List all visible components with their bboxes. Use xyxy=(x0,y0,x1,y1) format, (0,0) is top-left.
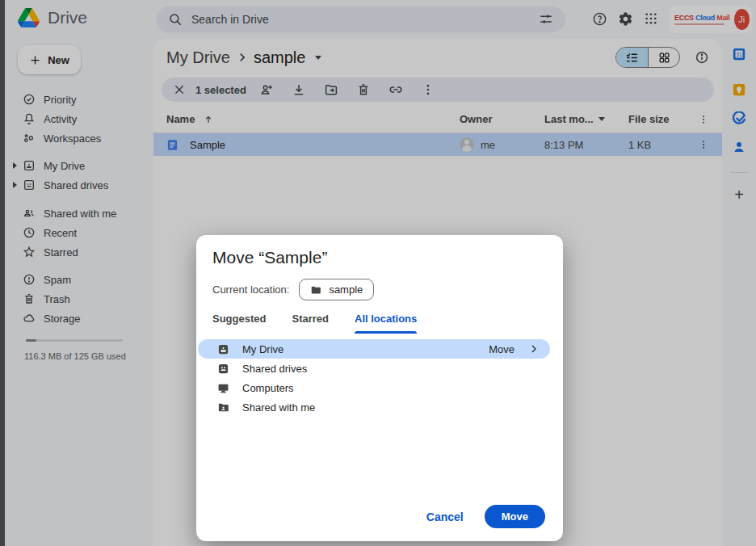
shared-drives-icon xyxy=(217,363,229,375)
dialog-title: Move “Sample” xyxy=(212,248,563,267)
folder-icon xyxy=(310,284,321,296)
computer-icon xyxy=(217,382,229,394)
cancel-button[interactable]: Cancel xyxy=(426,510,464,523)
move-button[interactable]: Move xyxy=(485,505,545,528)
google-drive-app: Drive xyxy=(0,0,756,546)
shared-folder-icon xyxy=(217,401,229,414)
tab-all-locations[interactable]: All locations xyxy=(355,313,417,334)
location-row-my-drive[interactable]: My Drive Move xyxy=(198,339,550,359)
tab-starred[interactable]: Starred xyxy=(292,313,329,334)
current-location-label: Current location: xyxy=(212,284,289,296)
current-location-chip[interactable]: sample xyxy=(299,279,374,300)
row-move-action[interactable]: Move xyxy=(489,343,514,355)
tab-suggested[interactable]: Suggested xyxy=(212,313,266,334)
my-drive-icon xyxy=(217,343,229,355)
location-row-shared-drives[interactable]: Shared drives xyxy=(198,359,550,378)
location-row-shared-with-me[interactable]: Shared with me xyxy=(198,397,550,417)
chevron-right-icon[interactable] xyxy=(529,344,539,354)
location-list: My Drive Move Shared drives Computers xyxy=(196,339,563,417)
location-row-computers[interactable]: Computers xyxy=(198,378,550,397)
move-dialog: Move “Sample” Current location: sample S… xyxy=(196,235,563,541)
dialog-tabs: Suggested Starred All locations xyxy=(212,313,563,334)
